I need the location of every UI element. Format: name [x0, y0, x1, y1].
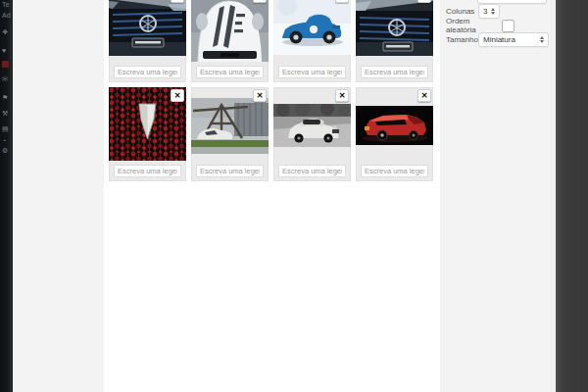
thumbnail-frame: ✕ — [356, 87, 433, 161]
caption-input[interactable] — [196, 66, 264, 78]
columns-value: 3 — [483, 7, 487, 16]
size-value: Miniatura — [483, 35, 515, 44]
columns-setting-row: Colunas 3 — [446, 4, 500, 18]
gallery-tile[interactable]: ✕ — [273, 87, 351, 181]
stepper-icon — [540, 36, 544, 43]
gallery-tile[interactable]: ✕ — [356, 87, 433, 181]
columns-label: Colunas — [446, 7, 478, 16]
random-order-checkbox[interactable] — [502, 20, 514, 32]
thumbnail-frame: ✕ — [191, 0, 269, 62]
thumbnail-frame: ✕ — [273, 87, 351, 161]
admin-menu-item: Ad — [2, 12, 11, 20]
thumbnail-frame: ✕ — [109, 0, 186, 62]
remove-image-button[interactable]: ✕ — [253, 0, 267, 3]
remove-image-button[interactable]: ✕ — [417, 0, 431, 3]
thumbnail-frame: ✕ — [109, 87, 186, 161]
black-car-grille-red-grey-stripes-thumbnail[interactable] — [109, 0, 186, 56]
size-label: Tamanho — [446, 35, 478, 44]
red-coupe-thumbnail[interactable] — [356, 106, 433, 145]
settings-icon: ⚙ — [2, 147, 8, 155]
remove-image-button[interactable]: ✕ — [171, 89, 184, 102]
white-porsche-ae-stripes-thumbnail[interactable] — [191, 0, 269, 62]
gallery-tile[interactable]: ✕ — [273, 0, 351, 82]
thumbnail-frame: ✕ — [356, 0, 433, 62]
caption-input[interactable] — [278, 165, 346, 177]
stepper-icon — [491, 8, 495, 15]
size-select[interactable]: Miniatura — [478, 32, 549, 47]
tools-icon: ⚒ — [2, 110, 8, 118]
caption-input[interactable] — [196, 165, 264, 177]
gallery-tile[interactable]: ✕ — [191, 87, 269, 181]
size-setting-row: Tamanho Miniatura — [446, 32, 549, 46]
admin-menu-item: Te — [2, 1, 9, 9]
mail-icon: ✉ — [2, 75, 8, 83]
remove-image-button[interactable]: ✕ — [253, 89, 267, 102]
caption-input[interactable] — [114, 66, 181, 78]
thumbnail-frame: ✕ — [273, 0, 351, 62]
pie-icon: ◔ — [2, 137, 6, 145]
wrecked-car-frame-thumbnail[interactable] — [191, 98, 269, 154]
remove-image-button[interactable]: ✕ — [335, 0, 349, 3]
caption-input[interactable] — [361, 66, 428, 78]
media-modal-edit-gallery-screen: Te Ad ❖ ♥ ✉ ⚑ ⚒ ▤ ◔ ⚙ — [0, 0, 588, 392]
gallery-attachments-area: ✕ — [104, 0, 440, 392]
updates-badge — [2, 61, 9, 68]
remove-image-button[interactable]: ✕ — [335, 89, 349, 102]
caption-input[interactable] — [114, 165, 181, 177]
bw-classic-car-thumbnail[interactable] — [273, 104, 351, 147]
admin-sidebar-strip: Te Ad ❖ ♥ ✉ ⚑ ⚒ ▤ ◔ ⚙ — [0, 0, 13, 392]
gallery-tile[interactable]: ✕ — [191, 0, 269, 82]
caption-input[interactable] — [278, 66, 346, 78]
gallery-tile[interactable]: ✕ — [356, 0, 433, 82]
likes-icon: ♥ — [2, 47, 6, 55]
remove-image-button[interactable]: ✕ — [171, 0, 184, 3]
comments-icon: ❖ — [2, 28, 8, 36]
gallery-settings-panel: Colunas 3 Ordem aleatória Tamanho Miniat… — [440, 0, 556, 392]
modal-backdrop-right — [556, 0, 588, 392]
caption-input[interactable] — [361, 165, 428, 177]
black-car-grille-red-white-stripes-thumbnail[interactable] — [356, 0, 433, 56]
random-order-setting-row: Ordem aleatória — [446, 19, 514, 32]
flag-icon: ⚑ — [2, 94, 8, 102]
gallery-tile[interactable]: ✕ — [109, 87, 186, 181]
gallery-tile[interactable]: ✕ — [109, 0, 186, 82]
modal-menu-column — [13, 0, 104, 392]
remove-image-button[interactable]: ✕ — [417, 89, 431, 102]
blue-porsche-convertible-thumbnail[interactable] — [273, 0, 351, 55]
thumbnail-frame: ✕ — [191, 87, 269, 161]
chart-icon: ▤ — [2, 125, 9, 133]
